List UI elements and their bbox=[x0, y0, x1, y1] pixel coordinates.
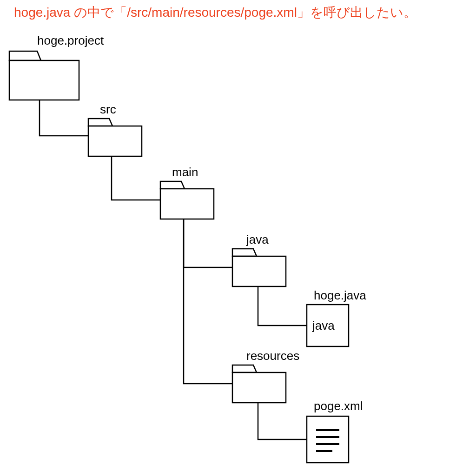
file-box-text: java bbox=[312, 319, 335, 333]
folder-icon bbox=[160, 181, 214, 219]
node-label-pogexml: poge.xml bbox=[314, 399, 363, 413]
node-label-main: main bbox=[172, 165, 198, 179]
node-label-hogejava: hoge.java bbox=[314, 288, 366, 303]
node-label-project: hoge.project bbox=[37, 33, 104, 48]
file-icon bbox=[307, 416, 349, 463]
tree-diagram bbox=[0, 0, 476, 472]
node-label-resources: resources bbox=[246, 349, 299, 363]
folder-icon bbox=[232, 365, 286, 403]
folder-icon bbox=[9, 51, 79, 100]
node-label-java: java bbox=[246, 233, 269, 247]
folder-icon bbox=[232, 249, 286, 286]
folder-icon bbox=[88, 119, 142, 156]
node-label-src: src bbox=[100, 102, 116, 117]
